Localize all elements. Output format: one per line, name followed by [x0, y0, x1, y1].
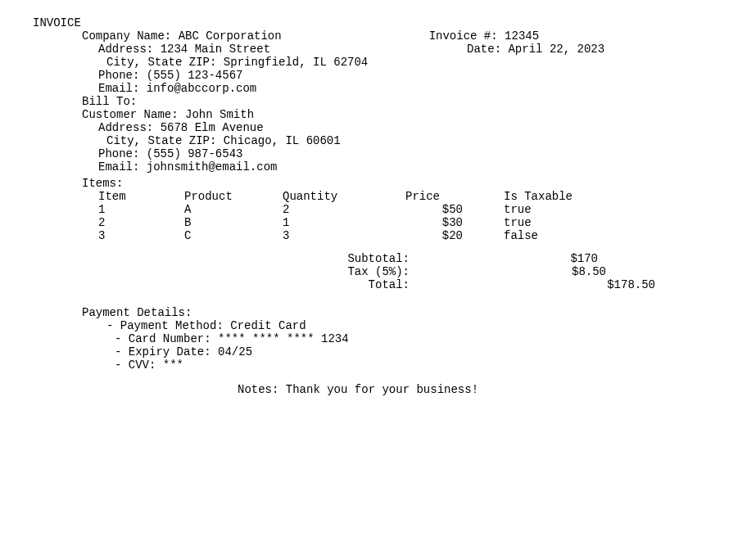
customer-address-label: Address:: [98, 121, 161, 134]
company-email: info@abccorp.com: [147, 82, 256, 95]
item-taxable: true: [504, 203, 602, 216]
item-price: $30: [405, 216, 504, 229]
total-label: Total:: [82, 278, 418, 291]
company-email-label: Email:: [98, 82, 147, 95]
company-name: ABC Corporation: [179, 29, 282, 43]
items-heading: Items:: [82, 177, 723, 190]
item-number: 2: [82, 216, 184, 229]
invoice-number-label: Invoice #:: [429, 29, 505, 43]
invoice-date: April 22, 2023: [508, 43, 604, 56]
company-phone-label: Phone:: [98, 69, 147, 82]
tax-value: $8.50: [418, 265, 606, 278]
item-number: 1: [82, 203, 184, 216]
header-item: Item: [82, 190, 184, 203]
table-row: 1 A 2 $50 true: [82, 203, 723, 216]
company-address: 1234 Main Street: [161, 43, 270, 56]
header-quantity: Quantity: [283, 190, 405, 203]
customer-csz: Chicago, IL 60601: [224, 134, 341, 147]
customer-email: johnsmith@email.com: [147, 160, 278, 174]
item-taxable: false: [504, 229, 602, 242]
payment-expiry: - Expiry Date: 04/25: [33, 345, 723, 358]
item-price: $50: [405, 203, 504, 216]
customer-phone: (555) 987-6543: [147, 147, 243, 160]
company-address-label: Address:: [98, 43, 161, 56]
item-product: B: [184, 216, 283, 229]
notes-label: Notes:: [238, 383, 286, 396]
item-qty: 3: [283, 229, 405, 242]
company-csz-label: City, State ZIP:: [106, 56, 224, 69]
company-csz: Springfield, IL 62704: [224, 56, 368, 69]
subtotal-label: Subtotal:: [82, 252, 418, 265]
table-row: 2 B 1 $30 true: [82, 216, 723, 229]
customer-phone-label: Phone:: [98, 147, 147, 160]
invoice-date-label: Date:: [467, 43, 508, 56]
invoice-title: INVOICE: [33, 16, 723, 29]
payment-method: - Payment Method: Credit Card: [33, 319, 723, 332]
customer-csz-label: City, State ZIP:: [106, 134, 224, 147]
item-product: C: [184, 229, 283, 242]
header-taxable: Is Taxable: [504, 190, 651, 203]
payment-card: - Card Number: **** **** **** 1234: [33, 332, 723, 345]
company-phone: (555) 123-4567: [147, 69, 243, 82]
item-qty: 1: [283, 216, 405, 229]
subtotal-value: $170: [418, 252, 598, 265]
item-qty: 2: [283, 203, 405, 216]
item-product: A: [184, 203, 283, 216]
notes-text: Thank you for your business!: [286, 383, 478, 396]
item-price: $20: [405, 229, 504, 242]
item-taxable: true: [504, 216, 602, 229]
customer-name: John Smith: [185, 108, 254, 121]
customer-name-label: Customer Name:: [82, 108, 185, 121]
payment-heading: Payment Details:: [33, 306, 723, 319]
items-header-row: Item Product Quantity Price Is Taxable: [82, 190, 723, 203]
tax-label: Tax (5%):: [82, 265, 418, 278]
company-name-label: Company Name:: [82, 29, 179, 43]
customer-email-label: Email:: [98, 160, 147, 174]
invoice-number: 12345: [505, 29, 539, 43]
header-product: Product: [184, 190, 283, 203]
bill-to-heading: Bill To:: [33, 95, 723, 108]
payment-cvv: - CVV: ***: [33, 358, 723, 372]
header-price: Price: [405, 190, 504, 203]
total-value: $178.50: [418, 278, 655, 291]
table-row: 3 C 3 $20 false: [82, 229, 723, 242]
item-number: 3: [82, 229, 184, 242]
customer-address: 5678 Elm Avenue: [161, 121, 264, 134]
